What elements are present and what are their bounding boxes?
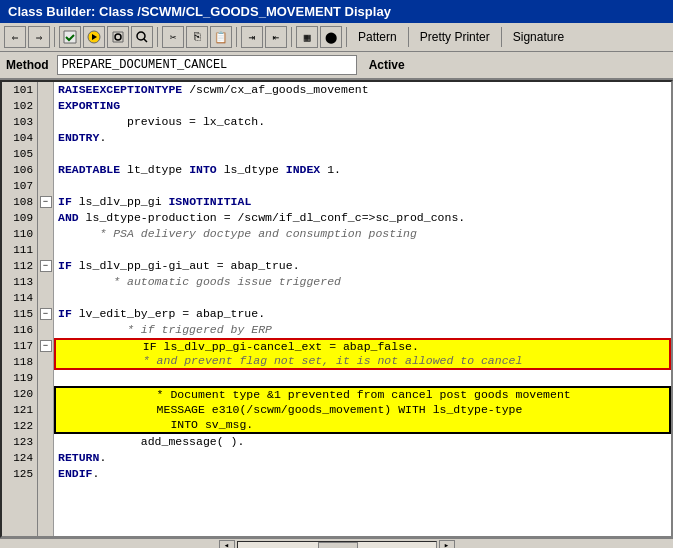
line-number: 113 xyxy=(6,274,33,290)
line-number: 111 xyxy=(6,242,33,258)
cut-btn[interactable]: ✂ xyxy=(162,26,184,48)
activate-btn[interactable] xyxy=(83,26,105,48)
toolbar-separator-1 xyxy=(54,27,55,47)
expand-button xyxy=(38,290,53,306)
expand-button[interactable]: − xyxy=(38,258,53,274)
block-btn[interactable]: ▦ xyxy=(296,26,318,48)
toolbar-separator-3 xyxy=(236,27,237,47)
expand-button xyxy=(38,322,53,338)
expand-button[interactable]: − xyxy=(38,194,53,210)
code-line: add_message( ). xyxy=(54,434,671,450)
expand-button xyxy=(38,434,53,450)
paste-btn[interactable]: 📋 xyxy=(210,26,232,48)
copy-btn[interactable]: ⎘ xyxy=(186,26,208,48)
code-line: * Document type &1 prevented from cancel… xyxy=(54,386,671,402)
code-line: * PSA delivery doctype and consumption p… xyxy=(54,226,671,242)
code-line: IF ls_dlv_pp_gi IS NOT INITIAL xyxy=(54,194,671,210)
code-line: * if triggered by ERP xyxy=(54,322,671,338)
toolbar-separator-2 xyxy=(157,27,158,47)
expand-button xyxy=(38,146,53,162)
line-number: 120 xyxy=(6,386,33,402)
expand-button xyxy=(38,98,53,114)
toolbar: ⇐ ⇒ ✂ ⎘ 📋 ⇥ ⇤ ▦ ⬤ Pattern Pretty Printer… xyxy=(0,23,673,52)
toolbar-separator-6 xyxy=(408,27,409,47)
expand-button[interactable]: − xyxy=(38,306,53,322)
code-line: ENDIF. xyxy=(54,466,671,482)
nav-back-btn[interactable]: ⇐ xyxy=(4,26,26,48)
code-area: 1011021031041051061071081091101111121131… xyxy=(0,80,673,538)
outdent-btn[interactable]: ⇤ xyxy=(265,26,287,48)
line-number: 115 xyxy=(6,306,33,322)
test-btn[interactable] xyxy=(107,26,129,48)
line-number: 104 xyxy=(6,130,33,146)
code-line: ENDTRY. xyxy=(54,130,671,146)
expand-button xyxy=(38,466,53,482)
line-number: 102 xyxy=(6,98,33,114)
code-line: READ TABLE lt_dtype INTO ls_dtype INDEX … xyxy=(54,162,671,178)
expand-button xyxy=(38,178,53,194)
expand-button[interactable]: − xyxy=(38,338,53,354)
expand-button xyxy=(38,82,53,98)
line-number: 103 xyxy=(6,114,33,130)
code-line: MESSAGE e310(/scwm/goods_movement) WITH … xyxy=(54,402,671,418)
title-text: Class Builder: Class /SCWM/CL_GOODS_MOVE… xyxy=(8,4,391,19)
line-number: 117 xyxy=(6,338,33,354)
expand-col: −−−− xyxy=(38,82,54,536)
code-line: * automatic goods issue triggered xyxy=(54,274,671,290)
toolbar-separator-4 xyxy=(291,27,292,47)
nav-fwd-btn[interactable]: ⇒ xyxy=(28,26,50,48)
expand-button xyxy=(38,226,53,242)
line-number: 116 xyxy=(6,322,33,338)
expand-button xyxy=(38,370,53,386)
method-label: Method xyxy=(6,58,49,72)
line-number: 121 xyxy=(6,402,33,418)
expand-button xyxy=(38,114,53,130)
pretty-printer-btn[interactable]: Pretty Printer xyxy=(413,27,497,47)
check-btn[interactable] xyxy=(59,26,81,48)
method-bar: Method Active xyxy=(0,52,673,80)
scroll-track[interactable] xyxy=(237,541,437,549)
line-number: 105 xyxy=(6,146,33,162)
code-line xyxy=(54,290,671,306)
line-number: 122 xyxy=(6,418,33,434)
line-numbers-col: 1011021031041051061071081091101111121131… xyxy=(2,82,38,536)
code-line xyxy=(54,242,671,258)
code-line: AND ls_dtype-production = /scwm/if_dl_co… xyxy=(54,210,671,226)
code-line: RETURN. xyxy=(54,450,671,466)
code-line: * and prevent flag not set, it is not al… xyxy=(54,354,671,370)
find-btn[interactable] xyxy=(131,26,153,48)
breakpoint-btn[interactable]: ⬤ xyxy=(320,26,342,48)
expand-button xyxy=(38,130,53,146)
line-number: 112 xyxy=(6,258,33,274)
code-line: IF ls_dlv_pp_gi-cancel_ext = abap_false. xyxy=(54,338,671,354)
code-line: RAISE EXCEPTION TYPE /scwm/cx_af_goods_m… xyxy=(54,82,671,98)
expand-button xyxy=(38,210,53,226)
signature-btn[interactable]: Signature xyxy=(506,27,571,47)
indent-btn[interactable]: ⇥ xyxy=(241,26,263,48)
line-number: 109 xyxy=(6,210,33,226)
code-lines-col[interactable]: RAISE EXCEPTION TYPE /scwm/cx_af_goods_m… xyxy=(54,82,671,536)
horizontal-scrollbar[interactable]: ◂ ▸ xyxy=(219,540,455,549)
scroll-right-btn[interactable]: ▸ xyxy=(439,540,455,549)
line-number: 123 xyxy=(6,434,33,450)
toolbar-separator-5 xyxy=(346,27,347,47)
line-number: 119 xyxy=(6,370,33,386)
scroll-left-btn[interactable]: ◂ xyxy=(219,540,235,549)
line-number: 107 xyxy=(6,178,33,194)
expand-button xyxy=(38,354,53,370)
code-line: IF lv_edit_by_erp = abap_true. xyxy=(54,306,671,322)
code-line xyxy=(54,178,671,194)
line-number: 124 xyxy=(6,450,33,466)
method-input[interactable] xyxy=(57,55,357,75)
expand-button xyxy=(38,450,53,466)
line-number: 118 xyxy=(6,354,33,370)
line-number: 108 xyxy=(6,194,33,210)
pattern-btn[interactable]: Pattern xyxy=(351,27,404,47)
scroll-thumb[interactable] xyxy=(318,542,358,549)
scrollbar-area: ◂ ▸ xyxy=(0,538,673,548)
expand-button xyxy=(38,418,53,434)
line-number: 114 xyxy=(6,290,33,306)
code-line: previous = lx_catch. xyxy=(54,114,671,130)
line-number: 125 xyxy=(6,466,33,482)
expand-button xyxy=(38,386,53,402)
